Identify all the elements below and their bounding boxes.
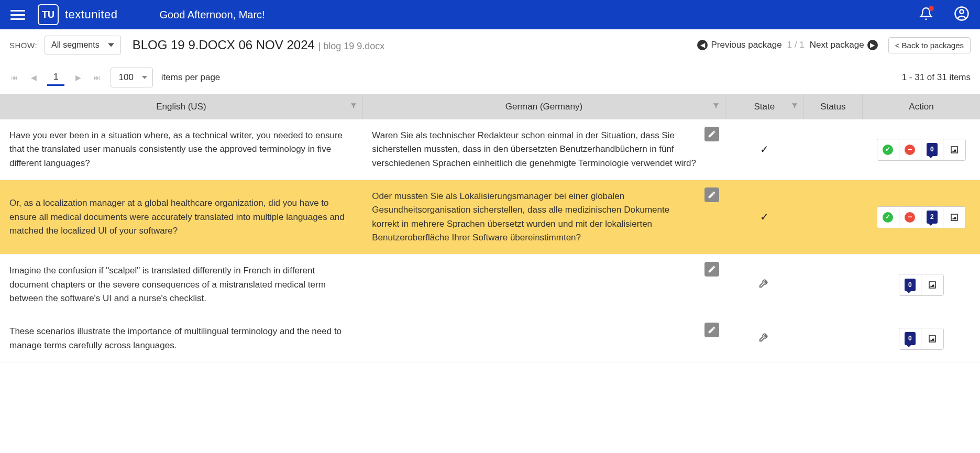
state-cell: ✓ <box>725 180 804 255</box>
page-size-select[interactable]: 100 <box>111 68 152 87</box>
filter-icon[interactable] <box>712 102 720 112</box>
comment-count: 2 <box>927 211 938 224</box>
minus-circle-icon <box>905 145 915 155</box>
segment-filter-value: All segments <box>51 40 100 50</box>
last-page-button[interactable]: ⏭ <box>92 73 102 82</box>
action-group: 2 <box>877 206 966 228</box>
previous-package-button[interactable]: ◀ Previous package <box>697 40 781 50</box>
check-icon: ✓ <box>760 211 769 223</box>
edit-button[interactable] <box>704 262 719 277</box>
comment-count: 0 <box>927 143 938 156</box>
preview-button[interactable] <box>921 274 943 295</box>
edit-button[interactable] <box>704 323 719 337</box>
source-cell[interactable]: Have you ever been in a situation where,… <box>0 119 362 180</box>
target-cell[interactable] <box>362 315 725 362</box>
prev-page-button[interactable]: ◀ <box>28 73 39 82</box>
pencil-icon <box>708 326 716 334</box>
status-cell <box>803 119 862 180</box>
wrench-icon <box>758 277 770 289</box>
current-page[interactable]: 1 <box>47 70 64 86</box>
status-cell <box>803 315 862 362</box>
source-cell[interactable]: Imagine the confusion if "scalpel" is tr… <box>0 255 362 315</box>
reject-button[interactable] <box>899 139 921 160</box>
source-cell[interactable]: Or, as a localization manager at a globa… <box>0 180 362 255</box>
table-row[interactable]: These scenarios illustrate the importanc… <box>0 315 980 362</box>
status-cell <box>803 255 862 315</box>
package-count: 1 / 1 <box>787 40 805 50</box>
col-status: Status <box>803 94 862 119</box>
check-circle-icon <box>883 212 893 223</box>
comment-count: 0 <box>905 332 916 345</box>
filter-icon[interactable] <box>350 102 357 112</box>
greeting-text: Good Afternoon, Marc! <box>159 9 265 21</box>
table-header-row: English (US) German (Germany) State Stat… <box>0 94 980 119</box>
segment-filter-select[interactable]: All segments <box>45 36 121 54</box>
state-cell: ✓ <box>725 119 804 180</box>
image-icon <box>950 213 959 222</box>
approve-button[interactable] <box>877 139 899 160</box>
reject-button[interactable] <box>899 207 921 228</box>
action-group: 0 <box>899 328 944 350</box>
brand-name: textunited <box>65 8 117 21</box>
pencil-icon <box>708 191 716 199</box>
brand-logo[interactable]: TU textunited <box>38 4 117 25</box>
menu-button[interactable] <box>10 7 25 22</box>
chevron-down-icon <box>108 43 114 47</box>
next-page-button[interactable]: ▶ <box>73 73 83 82</box>
pagination-bar: ⏮ ◀ 1 ▶ ⏭ 100 items per page 1 - 31 of 3… <box>0 61 980 94</box>
check-icon: ✓ <box>760 143 769 155</box>
per-page-label: items per page <box>161 72 220 83</box>
action-group: 0 <box>877 139 966 161</box>
action-cell: 0 <box>862 119 980 180</box>
notifications-button[interactable] <box>919 7 933 23</box>
segments-table: English (US) German (Germany) State Stat… <box>0 94 980 362</box>
comments-button[interactable]: 0 <box>899 328 921 349</box>
pencil-icon <box>708 265 716 273</box>
show-label: SHOW: <box>9 41 37 50</box>
first-page-button[interactable]: ⏮ <box>9 73 20 82</box>
col-state: State <box>725 94 804 119</box>
package-nav: ◀ Previous package 1 / 1 Next package ▶ … <box>697 37 971 53</box>
edit-button[interactable] <box>704 127 719 141</box>
image-icon <box>928 334 937 344</box>
target-cell[interactable]: Waren Sie als technischer Redakteur scho… <box>362 119 725 180</box>
back-to-packages-button[interactable]: < Back to packages <box>888 37 971 53</box>
target-cell[interactable]: Oder mussten Sie als Lokalisierungsmanag… <box>362 180 725 255</box>
document-title: BLOG 19 9.DOCX 06 NOV 2024 | blog 19 9.d… <box>133 38 385 52</box>
notification-dot-icon <box>929 6 934 11</box>
edit-button[interactable] <box>704 187 719 202</box>
comments-button[interactable]: 0 <box>921 139 943 160</box>
source-cell[interactable]: These scenarios illustrate the importanc… <box>0 315 362 362</box>
preview-button[interactable] <box>943 139 965 160</box>
col-target: German (Germany) <box>362 94 725 119</box>
col-source: English (US) <box>0 94 362 119</box>
svg-point-1 <box>960 10 964 14</box>
table-row[interactable]: Or, as a localization manager at a globa… <box>0 180 980 255</box>
item-range: 1 - 31 of 31 items <box>902 72 971 83</box>
image-icon <box>950 145 959 154</box>
user-icon <box>954 6 970 21</box>
filter-icon[interactable] <box>791 102 798 112</box>
arrow-right-circle-icon: ▶ <box>867 40 878 50</box>
preview-button[interactable] <box>943 207 965 228</box>
user-menu-button[interactable] <box>954 6 970 24</box>
approve-button[interactable] <box>877 207 899 228</box>
table-row[interactable]: Imagine the confusion if "scalpel" is tr… <box>0 255 980 315</box>
logo-icon: TU <box>38 4 59 25</box>
comments-button[interactable]: 2 <box>921 207 943 228</box>
action-group: 0 <box>899 274 944 296</box>
action-cell: 0 <box>862 315 980 362</box>
status-cell <box>803 180 862 255</box>
chevron-down-icon <box>142 76 147 79</box>
minus-circle-icon <box>905 212 915 223</box>
pencil-icon <box>708 130 716 138</box>
col-action: Action <box>862 94 980 119</box>
comment-count: 0 <box>905 279 916 292</box>
state-cell <box>725 255 804 315</box>
comments-button[interactable]: 0 <box>899 274 921 295</box>
preview-button[interactable] <box>921 328 943 349</box>
next-package-button[interactable]: Next package ▶ <box>810 40 878 50</box>
target-cell[interactable] <box>362 255 725 315</box>
wrench-icon <box>758 331 770 342</box>
table-row[interactable]: Have you ever been in a situation where,… <box>0 119 980 180</box>
